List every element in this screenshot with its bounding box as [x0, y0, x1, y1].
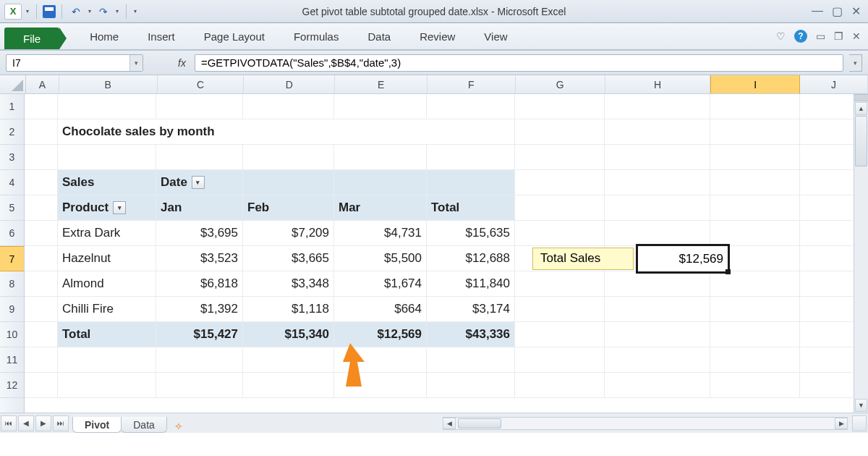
- pivot-total-header[interactable]: Total: [427, 195, 515, 221]
- pivot-measure[interactable]: Sales: [58, 170, 156, 195]
- tab-view[interactable]: View: [469, 22, 522, 50]
- undo-icon[interactable]: ↶: [68, 5, 84, 18]
- minimize-ribbon-icon[interactable]: ♡: [776, 30, 786, 42]
- scroll-track[interactable]: [854, 116, 868, 398]
- cell-grid[interactable]: Chocolate sales by month Sales Date ▾: [25, 94, 868, 413]
- scroll-thumb[interactable]: [855, 116, 867, 166]
- maximize-icon[interactable]: ▢: [832, 4, 843, 18]
- horizontal-scrollbar[interactable]: ◀ ▶: [443, 417, 848, 430]
- col-header-J[interactable]: J: [800, 75, 868, 93]
- pivot-value[interactable]: $15,635: [427, 221, 515, 246]
- pivot-month-mar[interactable]: Mar: [334, 195, 427, 221]
- pivot-row-name[interactable]: Chilli Fire: [58, 297, 156, 322]
- tab-data[interactable]: Data: [353, 22, 405, 50]
- undo-dropdown-icon[interactable]: ▾: [87, 8, 93, 14]
- scroll-down-icon[interactable]: ▼: [855, 399, 867, 412]
- pivot-value[interactable]: $7,209: [243, 221, 334, 246]
- pivot-value[interactable]: $3,695: [156, 221, 243, 246]
- redo-dropdown-icon[interactable]: ▾: [114, 8, 120, 14]
- pivot-grand-value[interactable]: $15,427: [156, 322, 243, 347]
- pivot-grand-value[interactable]: $43,336: [427, 322, 515, 347]
- pivot-col-field[interactable]: Date ▾: [156, 170, 243, 195]
- workbook-restore-icon[interactable]: ❐: [834, 30, 843, 42]
- row-header-9[interactable]: 9: [0, 297, 24, 322]
- pivot-value[interactable]: $664: [334, 297, 427, 322]
- row-header-2[interactable]: 2: [0, 119, 24, 145]
- row-header-1[interactable]: 1: [0, 94, 24, 119]
- row-header-8[interactable]: 8: [0, 271, 24, 297]
- col-header-B[interactable]: B: [59, 75, 158, 93]
- qat-dropdown-icon[interactable]: ▾: [25, 8, 30, 14]
- tab-insert[interactable]: Insert: [133, 22, 190, 50]
- sheet-tab-pivot[interactable]: Pivot: [72, 417, 122, 433]
- pivot-value[interactable]: $1,392: [156, 297, 243, 322]
- row-header-7[interactable]: 7: [0, 246, 24, 271]
- col-header-E[interactable]: E: [335, 75, 427, 93]
- sheet-nav-next-icon[interactable]: ▶: [35, 415, 51, 431]
- pivot-value[interactable]: $3,523: [156, 246, 243, 271]
- sheet-nav-last-icon[interactable]: ⏭: [53, 415, 69, 431]
- workbook-close-icon[interactable]: ✕: [852, 30, 861, 42]
- tab-home[interactable]: Home: [75, 22, 133, 50]
- pivot-value[interactable]: $12,688: [427, 246, 515, 271]
- fx-icon[interactable]: fx: [178, 57, 186, 69]
- row-header-10[interactable]: 10: [0, 322, 24, 347]
- sheet-nav-first-icon[interactable]: ⏮: [1, 415, 17, 431]
- pivot-row-name[interactable]: Hazelnut: [58, 246, 156, 271]
- select-all-corner[interactable]: [0, 75, 26, 93]
- scroll-right-icon[interactable]: ▶: [835, 418, 848, 429]
- filter-dropdown-icon[interactable]: ▾: [192, 176, 205, 189]
- qat-customize-icon[interactable]: ▾: [132, 8, 138, 14]
- pivot-month-feb[interactable]: Feb: [243, 195, 334, 221]
- name-box[interactable]: I7 ▾: [6, 54, 143, 72]
- minimize-icon[interactable]: —: [812, 4, 823, 18]
- pivot-row-name[interactable]: Extra Dark: [58, 221, 156, 246]
- resize-corner[interactable]: [852, 415, 867, 431]
- pivot-value[interactable]: $3,348: [243, 271, 334, 297]
- row-header-12[interactable]: 12: [0, 373, 24, 398]
- pivot-grand-value[interactable]: $12,569: [334, 322, 427, 347]
- pivot-value[interactable]: $1,674: [334, 271, 427, 297]
- row-header-6[interactable]: 6: [0, 221, 24, 246]
- tab-page-layout[interactable]: Page Layout: [190, 22, 279, 50]
- formula-input[interactable]: =GETPIVOTDATA("Sales",$B$4,"date",3): [195, 54, 843, 72]
- pivot-grand-value[interactable]: $15,340: [243, 322, 334, 347]
- pivot-row-name[interactable]: Almond: [58, 271, 156, 297]
- pivot-value[interactable]: $5,500: [334, 246, 427, 271]
- pivot-value[interactable]: $6,818: [156, 271, 243, 297]
- pivot-grand-total-label[interactable]: Total: [58, 322, 156, 347]
- col-header-H[interactable]: H: [605, 75, 711, 93]
- vertical-scrollbar[interactable]: ▲ ▼: [854, 94, 868, 413]
- tab-review[interactable]: Review: [405, 22, 469, 50]
- col-header-G[interactable]: G: [516, 75, 605, 93]
- workbook-minimize-icon[interactable]: ▭: [816, 30, 825, 42]
- col-header-A[interactable]: A: [26, 75, 59, 93]
- col-header-I[interactable]: I: [710, 75, 800, 93]
- row-header-11[interactable]: 11: [0, 347, 24, 373]
- pivot-value[interactable]: $4,731: [334, 221, 427, 246]
- redo-icon[interactable]: ↷: [95, 5, 111, 18]
- pivot-month-jan[interactable]: Jan: [156, 195, 243, 221]
- pivot-row-field[interactable]: Product ▾: [58, 195, 156, 221]
- row-header-3[interactable]: 3: [0, 145, 24, 170]
- close-icon[interactable]: ✕: [851, 4, 861, 18]
- formula-bar-expand-icon[interactable]: ▾: [849, 54, 862, 72]
- tab-file[interactable]: File: [4, 28, 59, 49]
- pivot-value[interactable]: $1,118: [243, 297, 334, 322]
- col-header-D[interactable]: D: [244, 75, 335, 93]
- filter-dropdown-icon[interactable]: ▾: [113, 201, 126, 214]
- pivot-value[interactable]: $3,174: [427, 297, 515, 322]
- tab-formulas[interactable]: Formulas: [279, 22, 354, 50]
- split-handle[interactable]: [854, 94, 868, 101]
- pivot-value[interactable]: $3,665: [243, 246, 334, 271]
- save-icon[interactable]: [43, 5, 56, 18]
- sheet-nav-prev-icon[interactable]: ◀: [18, 415, 34, 431]
- pivot-value[interactable]: $11,840: [427, 271, 515, 297]
- sheet-tab-data[interactable]: Data: [121, 417, 167, 433]
- scroll-left-icon[interactable]: ◀: [443, 418, 456, 429]
- row-header-5[interactable]: 5: [0, 195, 24, 221]
- scroll-up-icon[interactable]: ▲: [855, 102, 867, 115]
- new-sheet-icon[interactable]: ✧: [171, 420, 187, 433]
- col-header-C[interactable]: C: [158, 75, 244, 93]
- row-header-4[interactable]: 4: [0, 170, 24, 195]
